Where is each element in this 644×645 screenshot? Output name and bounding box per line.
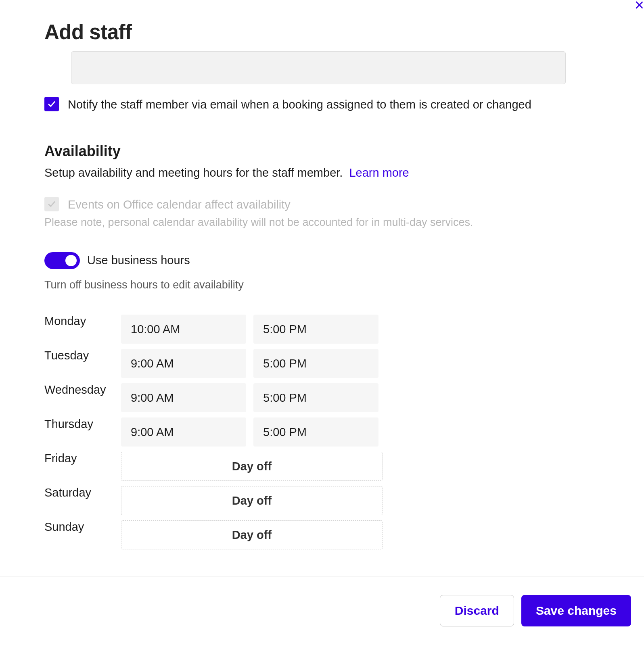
office-calendar-note: Please note, personal calendar availabil… — [44, 216, 600, 229]
schedule-table: Monday10:00 AM5:00 PMTuesday9:00 AM5:00 … — [44, 312, 600, 552]
start-time-field[interactable]: 9:00 AM — [121, 383, 246, 412]
end-time-field[interactable]: 5:00 PM — [253, 417, 378, 447]
business-hours-toggle[interactable] — [44, 252, 80, 269]
discard-button[interactable]: Discard — [440, 595, 514, 626]
role-description-box — [71, 51, 566, 84]
day-row: FridayDay off — [44, 449, 600, 484]
footer-bar: Discard Save changes — [0, 576, 644, 645]
day-label: Friday — [44, 449, 121, 465]
day-row: Tuesday9:00 AM5:00 PM — [44, 347, 600, 381]
notify-checkbox-row: Notify the staff member via email when a… — [44, 96, 600, 114]
main-content: Add staff Notify the staff member via em… — [0, 0, 644, 552]
day-off-field[interactable]: Day off — [121, 486, 383, 515]
end-time-field[interactable]: 5:00 PM — [253, 349, 378, 378]
day-row: Monday10:00 AM5:00 PM — [44, 312, 600, 347]
learn-more-link[interactable]: Learn more — [349, 166, 409, 179]
close-icon[interactable]: × — [628, 0, 644, 16]
day-label: Wednesday — [44, 381, 121, 397]
toggle-knob — [65, 255, 77, 266]
day-row: SaturdayDay off — [44, 484, 600, 518]
notify-checkbox[interactable] — [44, 97, 59, 111]
availability-heading: Availability — [44, 143, 600, 160]
start-time-field[interactable]: 10:00 AM — [121, 315, 246, 344]
save-button[interactable]: Save changes — [521, 595, 631, 626]
day-row: SundayDay off — [44, 518, 600, 552]
notify-checkbox-label: Notify the staff member via email when a… — [68, 96, 531, 114]
office-calendar-label: Events on Office calendar affect availab… — [68, 196, 291, 214]
office-calendar-checkbox — [44, 197, 59, 211]
day-off-field[interactable]: Day off — [121, 452, 383, 481]
day-label: Monday — [44, 312, 121, 328]
day-label: Tuesday — [44, 347, 121, 362]
day-off-field[interactable]: Day off — [121, 520, 383, 549]
end-time-field[interactable]: 5:00 PM — [253, 315, 378, 344]
day-row: Thursday9:00 AM5:00 PM — [44, 415, 600, 449]
business-hours-toggle-row: Use business hours — [44, 252, 600, 269]
availability-description: Setup availability and meeting hours for… — [44, 166, 600, 180]
day-row: Wednesday9:00 AM5:00 PM — [44, 381, 600, 415]
office-calendar-row: Events on Office calendar affect availab… — [44, 196, 600, 214]
day-label: Saturday — [44, 484, 121, 499]
business-hours-help: Turn off business hours to edit availabi… — [44, 279, 600, 291]
page-title: Add staff — [44, 20, 600, 44]
start-time-field[interactable]: 9:00 AM — [121, 417, 246, 447]
start-time-field[interactable]: 9:00 AM — [121, 349, 246, 378]
day-label: Sunday — [44, 518, 121, 534]
business-hours-toggle-label: Use business hours — [87, 254, 190, 267]
availability-description-text: Setup availability and meeting hours for… — [44, 166, 343, 179]
day-label: Thursday — [44, 415, 121, 431]
end-time-field[interactable]: 5:00 PM — [253, 383, 378, 412]
